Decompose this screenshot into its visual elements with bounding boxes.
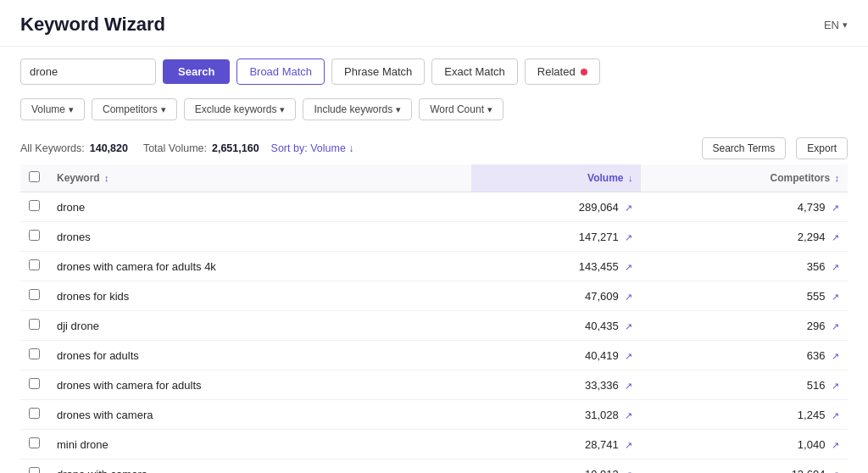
row-competitors-arrow-icon[interactable]: ↗ [832, 470, 839, 474]
select-all-checkbox[interactable] [29, 171, 40, 182]
row-keyword: drones for kids [48, 281, 471, 311]
row-checkbox[interactable] [29, 319, 40, 330]
filter-word-count[interactable]: Word Count ▾ [419, 98, 504, 120]
row-competitors-arrow-icon[interactable]: ↗ [832, 321, 839, 331]
exact-match-button[interactable]: Exact Match [431, 58, 518, 85]
row-competitors: 1,040 ↗ [641, 430, 848, 459]
page-title: Keyword Wizard [20, 14, 165, 36]
row-volume-arrow-icon[interactable]: ↗ [625, 440, 632, 450]
row-volume: 289,064 ↗ [471, 192, 642, 222]
row-volume-arrow-icon[interactable]: ↗ [625, 351, 632, 361]
table-body: drone 289,064 ↗ 4,739 ↗ drones 147,271 ↗… [20, 192, 848, 474]
row-volume-arrow-icon[interactable]: ↗ [625, 292, 632, 302]
row-volume-arrow-icon[interactable]: ↗ [625, 381, 632, 391]
row-checkbox[interactable] [29, 437, 40, 448]
lang-label: EN [824, 19, 839, 31]
row-volume: 40,435 ↗ [471, 311, 642, 341]
filter-include-keywords[interactable]: Include keywords ▾ [303, 98, 412, 120]
row-competitors-arrow-icon[interactable]: ↗ [832, 410, 839, 420]
table-row: drones for kids 47,609 ↗ 555 ↗ [20, 281, 848, 311]
row-checkbox[interactable] [29, 408, 40, 419]
row-keyword: drones with camera for adults 4k [48, 252, 471, 281]
row-competitors: 356 ↗ [641, 252, 848, 281]
row-volume-arrow-icon[interactable]: ↗ [625, 470, 632, 474]
row-checkbox[interactable] [29, 289, 40, 300]
row-competitors-arrow-icon[interactable]: ↗ [832, 292, 839, 302]
keywords-table: Keyword ↕ Volume ↓ Competitors ↕ [20, 164, 848, 473]
lang-selector[interactable]: EN ▾ [824, 19, 848, 31]
lang-chevron-icon: ▾ [843, 19, 848, 31]
row-competitors-arrow-icon[interactable]: ↗ [832, 262, 839, 272]
row-checkbox-cell [20, 400, 48, 430]
phrase-match-button[interactable]: Phrase Match [331, 58, 425, 85]
col-competitors-header[interactable]: Competitors ↕ [641, 164, 848, 192]
row-volume-arrow-icon[interactable]: ↗ [625, 203, 632, 213]
filter-bar: Volume ▾ Competitors ▾ Exclude keywords … [0, 93, 868, 129]
row-checkbox[interactable] [29, 259, 40, 270]
table-row: dji drone 40,435 ↗ 296 ↗ [20, 311, 848, 341]
filter-exclude-keywords[interactable]: Exclude keywords ▾ [184, 98, 297, 120]
col-volume-header[interactable]: Volume ↓ [471, 164, 642, 192]
sort-by[interactable]: Sort by: Volume ↓ [271, 142, 354, 154]
keyword-sort-icon: ↕ [104, 173, 109, 183]
summary-row: All Keywords: 140,820 Total Volume: 2,65… [0, 129, 868, 164]
row-keyword: drones for adults [48, 341, 471, 370]
row-competitors-arrow-icon[interactable]: ↗ [832, 351, 839, 361]
table-row: drones with camera for adults 33,336 ↗ 5… [20, 370, 848, 400]
filter-competitors[interactable]: Competitors ▾ [92, 98, 177, 120]
row-volume: 40,419 ↗ [471, 341, 642, 370]
row-competitors: 296 ↗ [641, 311, 848, 341]
row-volume-arrow-icon[interactable]: ↗ [625, 262, 632, 272]
row-keyword: dji drone [48, 311, 471, 341]
related-button[interactable]: Related [525, 58, 600, 85]
row-volume-arrow-icon[interactable]: ↗ [625, 410, 632, 420]
row-checkbox[interactable] [29, 467, 40, 473]
table-row: drone 289,064 ↗ 4,739 ↗ [20, 192, 848, 222]
exclude-chevron-icon: ▾ [280, 104, 285, 115]
row-competitors: 2,294 ↗ [641, 222, 848, 252]
table-row: mini drone 28,741 ↗ 1,040 ↗ [20, 430, 848, 459]
row-keyword: drones with camera for adults [48, 370, 471, 400]
row-volume: 33,336 ↗ [471, 370, 642, 400]
row-keyword: drones with camera [48, 400, 471, 430]
broad-match-button[interactable]: Broad Match [236, 58, 325, 85]
row-volume-arrow-icon[interactable]: ↗ [625, 321, 632, 331]
row-competitors-arrow-icon[interactable]: ↗ [832, 232, 839, 242]
col-keyword-header[interactable]: Keyword ↕ [48, 164, 471, 192]
row-checkbox-cell [20, 252, 48, 281]
row-checkbox-cell [20, 192, 48, 222]
row-competitors-arrow-icon[interactable]: ↗ [832, 381, 839, 391]
row-checkbox-cell [20, 281, 48, 311]
volume-sort-icon: ↓ [628, 173, 633, 183]
search-terms-button[interactable]: Search Terms [702, 137, 787, 159]
all-keywords-label: All Keywords: [20, 142, 85, 154]
row-competitors: 516 ↗ [641, 370, 848, 400]
search-input[interactable] [20, 58, 156, 85]
word-count-chevron-icon: ▾ [487, 104, 492, 115]
row-volume-arrow-icon[interactable]: ↗ [625, 232, 632, 242]
total-volume-label: Total Volume: [143, 142, 207, 154]
header: Keyword Wizard EN ▾ [0, 0, 868, 47]
app-container: Keyword Wizard EN ▾ Search Broad Match P… [0, 0, 868, 473]
volume-chevron-icon: ▾ [69, 104, 74, 115]
row-checkbox[interactable] [29, 230, 40, 241]
row-keyword: mini drone [48, 430, 471, 459]
competitors-sort-icon: ↕ [835, 173, 840, 183]
row-competitors-arrow-icon[interactable]: ↗ [832, 203, 839, 213]
row-checkbox[interactable] [29, 348, 40, 359]
row-volume: 143,455 ↗ [471, 252, 642, 281]
row-checkbox-cell [20, 222, 48, 252]
export-button[interactable]: Export [796, 137, 848, 159]
row-checkbox[interactable] [29, 378, 40, 389]
row-competitors-arrow-icon[interactable]: ↗ [832, 440, 839, 450]
table-row: drones 147,271 ↗ 2,294 ↗ [20, 222, 848, 252]
filter-volume[interactable]: Volume ▾ [20, 98, 85, 120]
include-chevron-icon: ▾ [396, 104, 401, 115]
table-row: drones for adults 40,419 ↗ 636 ↗ [20, 341, 848, 370]
search-bar: Search Broad Match Phrase Match Exact Ma… [0, 47, 868, 93]
search-button[interactable]: Search [163, 59, 230, 84]
row-keyword: drone with camera [48, 459, 471, 474]
row-checkbox[interactable] [29, 200, 40, 211]
summary-left: All Keywords: 140,820 Total Volume: 2,65… [20, 142, 354, 154]
table-container: Keyword ↕ Volume ↓ Competitors ↕ [0, 164, 868, 473]
